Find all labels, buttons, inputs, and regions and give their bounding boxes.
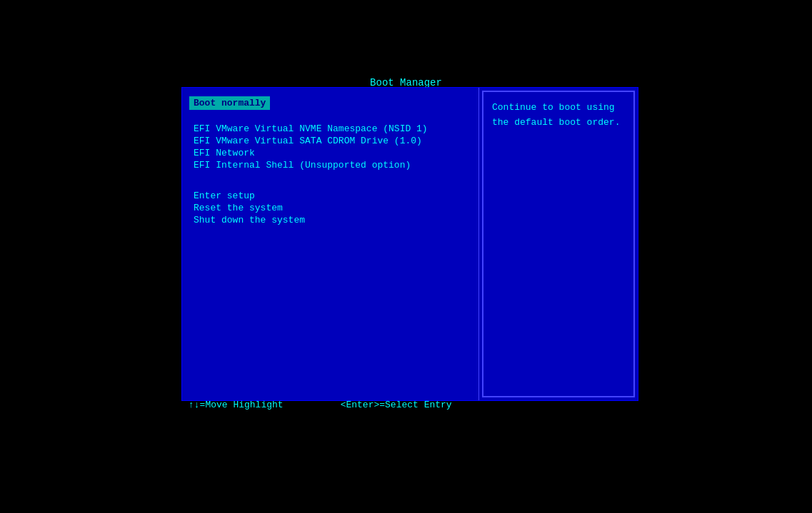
footer-navigate: ↑↓=Move Highlight [189, 400, 284, 410]
menu-section-2: Enter setup Reset the system Shut down t… [189, 190, 471, 226]
footer: ↑↓=Move Highlight <Enter>=Select Entry [181, 395, 638, 415]
panel-divider [478, 88, 479, 400]
boot-manager-box: Boot normally EFI VMware Virtual NVME Na… [181, 87, 638, 401]
description-text: Continue to boot usingthe default boot o… [492, 101, 625, 131]
selected-menu-item[interactable]: Boot normally [189, 96, 270, 110]
list-item[interactable]: EFI VMware Virtual NVME Namespace (NSID … [189, 123, 471, 135]
section-gap [189, 183, 471, 190]
list-item[interactable]: Reset the system [189, 202, 471, 214]
screen-container: Boot Manager Boot normally EFI VMware Vi… [0, 0, 812, 513]
list-item[interactable]: Shut down the system [189, 214, 471, 226]
left-panel: Boot normally EFI VMware Virtual NVME Na… [182, 88, 478, 400]
list-item[interactable]: EFI Internal Shell (Unsupported option) [189, 159, 471, 171]
list-item[interactable]: EFI VMware Virtual SATA CDROM Drive (1.0… [189, 135, 471, 147]
list-item[interactable]: Enter setup [189, 190, 471, 202]
footer-select: <Enter>=Select Entry [341, 400, 452, 410]
list-item[interactable]: EFI Network [189, 147, 471, 159]
right-panel: Continue to boot usingthe default boot o… [482, 91, 635, 397]
menu-section-1: EFI VMware Virtual NVME Namespace (NSID … [189, 123, 471, 171]
